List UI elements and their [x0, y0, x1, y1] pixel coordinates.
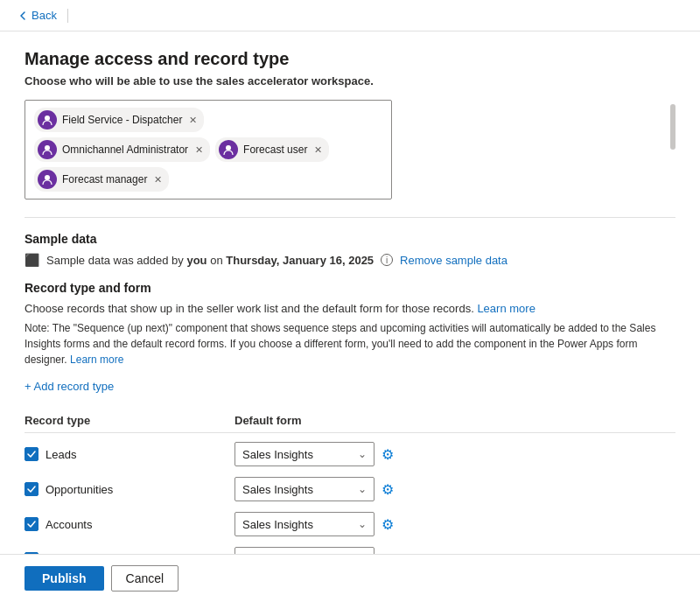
role-label-field-service: Field Service - Dispatcher — [62, 114, 182, 126]
record-label-accounts: Accounts — [46, 518, 92, 531]
remove-sample-data-link[interactable]: Remove sample data — [400, 254, 508, 267]
calendar-icon: ⬛ — [24, 253, 39, 267]
form-select-opportunities-arrow: ⌄ — [358, 483, 367, 495]
role-avatar-forecast-user — [219, 140, 238, 159]
svg-point-1 — [45, 145, 50, 150]
table-row-leads: Leads Sales Insights ⌄ ⚙ — [24, 437, 676, 472]
record-table: Record type Default form Leads Sales Ins… — [24, 409, 676, 577]
checkbox-opportunities[interactable] — [24, 482, 38, 496]
cancel-button[interactable]: Cancel — [111, 565, 179, 592]
role-close-field-service[interactable]: ✕ — [189, 116, 197, 125]
role-close-forecast-manager[interactable]: ✕ — [154, 175, 162, 185]
add-record-type-button[interactable]: + Add record type — [24, 378, 114, 395]
record-label-opportunities: Opportunities — [46, 483, 113, 496]
col-header-default-form: Default form — [234, 414, 302, 427]
page-title: Manage access and record type — [24, 49, 676, 69]
back-arrow-icon — [18, 10, 28, 21]
role-tag-field-service: Field Service - Dispatcher ✕ — [34, 108, 204, 132]
sample-data-row: ⬛ Sample data was added by you on Thursd… — [24, 253, 676, 267]
nav-divider — [67, 9, 68, 23]
form-select-accounts[interactable]: Sales Insights ⌄ — [234, 512, 374, 536]
top-nav: Back — [0, 0, 700, 32]
checkbox-accounts[interactable] — [24, 517, 38, 531]
settings-icon-accounts[interactable]: ⚙ — [382, 516, 394, 533]
form-leads: Sales Insights ⌄ ⚙ — [234, 442, 394, 466]
form-select-accounts-text: Sales Insights — [242, 518, 313, 531]
role-avatar-field-service — [38, 110, 57, 130]
record-type-accounts: Accounts — [24, 517, 234, 531]
info-icon[interactable]: i — [381, 254, 393, 266]
main-content: Manage access and record type Choose who… — [0, 32, 700, 602]
role-label-forecast-manager: Forecast manager — [62, 173, 147, 186]
form-select-leads[interactable]: Sales Insights ⌄ — [234, 442, 374, 466]
role-tag-forecast-user: Forecast user ✕ — [215, 137, 329, 162]
sample-data-text: Sample data was added by you on Thursday… — [46, 254, 374, 267]
record-type-title: Record type and form — [24, 281, 676, 295]
form-select-opportunities-text: Sales Insights — [242, 483, 313, 496]
publish-button[interactable]: Publish — [24, 566, 104, 591]
svg-point-2 — [226, 145, 231, 150]
add-record-type-label: + Add record type — [24, 380, 114, 393]
role-avatar-omnichannel — [38, 140, 57, 159]
record-type-opportunities: Opportunities — [24, 482, 234, 496]
table-header: Record type Default form — [24, 409, 676, 433]
svg-point-0 — [45, 116, 50, 121]
sample-data-section: Sample data ⬛ Sample data was added by y… — [24, 232, 676, 267]
record-type-desc: Choose records that show up in the selle… — [24, 302, 676, 315]
settings-icon-leads[interactable]: ⚙ — [382, 446, 394, 463]
sample-data-title: Sample data — [24, 232, 676, 246]
record-type-leads: Leads — [24, 447, 234, 461]
form-select-accounts-arrow: ⌄ — [358, 518, 367, 530]
record-type-desc-text: Choose records that show up in the selle… — [24, 302, 474, 315]
table-row-accounts: Accounts Sales Insights ⌄ ⚙ — [24, 507, 676, 542]
role-avatar-forecast-manager — [38, 170, 57, 189]
form-select-leads-arrow: ⌄ — [358, 448, 367, 460]
roles-container: Field Service - Dispatcher ✕ Omnichannel… — [24, 100, 392, 200]
record-type-section: Record type and form Choose records that… — [24, 281, 676, 577]
footer: Publish Cancel — [0, 554, 700, 602]
learn-more-link-2[interactable]: Learn more — [70, 354, 123, 366]
role-close-forecast-user[interactable]: ✕ — [314, 145, 322, 155]
role-label-forecast-user: Forecast user — [243, 144, 307, 156]
record-label-leads: Leads — [46, 448, 76, 461]
form-select-leads-text: Sales Insights — [242, 448, 313, 461]
role-close-omnichannel[interactable]: ✕ — [195, 145, 203, 155]
back-label: Back — [32, 9, 57, 22]
record-type-note: Note: The "Sequence (up next)" component… — [24, 320, 676, 368]
checkbox-leads[interactable] — [24, 447, 38, 461]
col-header-record-type: Record type — [24, 414, 234, 427]
page-subtitle: Choose who will be able to use the sales… — [24, 74, 676, 88]
role-label-omnichannel: Omnichannel Administrator — [62, 144, 188, 156]
learn-more-link-1[interactable]: Learn more — [477, 302, 535, 315]
form-select-opportunities[interactable]: Sales Insights ⌄ — [234, 477, 374, 501]
role-tag-omnichannel: Omnichannel Administrator ✕ — [34, 137, 210, 162]
back-button[interactable]: Back — [14, 7, 60, 24]
scrollbar[interactable] — [670, 104, 676, 150]
section-divider-1 — [24, 217, 676, 218]
settings-icon-opportunities[interactable]: ⚙ — [382, 481, 394, 498]
table-row-opportunities: Opportunities Sales Insights ⌄ ⚙ — [24, 472, 676, 507]
form-accounts: Sales Insights ⌄ ⚙ — [234, 512, 394, 536]
role-tag-forecast-manager: Forecast manager ✕ — [34, 167, 169, 192]
form-opportunities: Sales Insights ⌄ ⚙ — [234, 477, 394, 501]
svg-point-3 — [45, 175, 50, 180]
